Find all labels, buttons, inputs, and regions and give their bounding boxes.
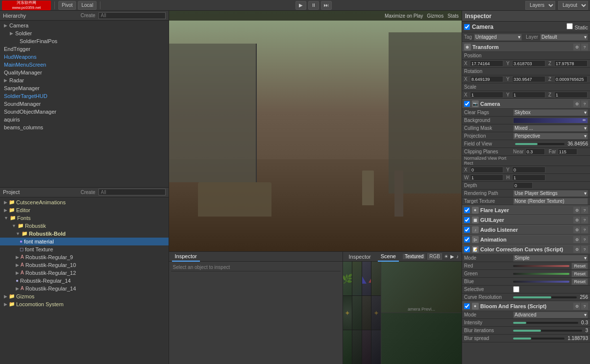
textured-tab[interactable]: Textured xyxy=(403,254,425,259)
settings-icon[interactable]: ⚙ xyxy=(573,217,580,223)
gui-layer-header[interactable]: ▦ GUILayer ⚙ ? xyxy=(462,215,590,225)
scale-x-field[interactable] xyxy=(470,92,503,98)
info-icon[interactable]: ? xyxy=(581,207,588,214)
step-button[interactable]: ⏭ xyxy=(321,1,332,10)
flare-layer-checkbox[interactable] xyxy=(464,207,470,213)
maximize-label[interactable]: Maximize on Play xyxy=(385,13,423,19)
list-item[interactable]: SoundObjectManager xyxy=(0,108,169,116)
list-item[interactable]: SoundManager xyxy=(0,100,169,108)
color-correction-header[interactable]: 📝 Color Correction Curves (Script) ⚙ ? xyxy=(462,244,590,254)
list-item[interactable]: MainMenuScreen xyxy=(0,61,169,69)
list-item[interactable]: ▶ 📁 Gizmos xyxy=(0,292,169,300)
layers-dropdown[interactable]: Layers xyxy=(525,1,555,10)
near-field[interactable] xyxy=(525,148,545,155)
list-item[interactable]: HudWeapons xyxy=(0,53,169,61)
animation-checkbox[interactable] xyxy=(464,237,470,243)
list-item[interactable]: SoldierFinalPos xyxy=(0,37,169,45)
background-color[interactable]: ✏ xyxy=(513,118,588,123)
color-correction-checkbox[interactable] xyxy=(464,246,470,252)
tab-scene[interactable]: Scene xyxy=(378,252,399,262)
red-reset-button[interactable]: Reset xyxy=(571,263,588,269)
scale-y-field[interactable] xyxy=(512,92,545,98)
info-icon[interactable]: ? xyxy=(581,303,588,310)
list-item[interactable]: ▼ 📁 Robustik xyxy=(0,222,169,230)
list-item[interactable]: ▶ 📁 Locomotion System xyxy=(0,300,169,308)
list-item[interactable]: EndTrigger xyxy=(0,45,169,53)
position-y-field[interactable] xyxy=(512,60,545,67)
list-item[interactable]: beams_columns xyxy=(0,123,169,131)
list-item[interactable]: ▶ Soldier xyxy=(0,29,169,37)
culling-mask-dropdown[interactable]: Mixed ... ▾ xyxy=(513,125,588,132)
pivot-button[interactable]: Pivot xyxy=(58,1,76,10)
stats-label[interactable]: Stats xyxy=(447,13,459,19)
project-create-btn[interactable]: Create xyxy=(79,189,96,195)
depth-field[interactable] xyxy=(513,182,533,189)
blue-reset-button[interactable]: Reset xyxy=(571,278,588,285)
layout-dropdown[interactable]: Layout xyxy=(558,1,588,10)
rendering-path-dropdown[interactable]: Use Player Settings ▾ xyxy=(513,190,588,197)
local-button[interactable]: Local xyxy=(78,1,97,10)
rotation-x-field[interactable] xyxy=(470,76,503,82)
info-icon[interactable]: ? xyxy=(581,236,588,243)
bloom-flares-header[interactable]: ✦ Bloom And Flares (Script) ⚙ ? xyxy=(462,301,590,311)
cc-mode-dropdown[interactable]: Simple ▾ xyxy=(513,255,588,262)
object-enabled-checkbox[interactable] xyxy=(464,24,470,30)
red-slider[interactable] xyxy=(513,265,570,267)
list-item[interactable]: ● font material xyxy=(0,238,169,245)
camera-component-header[interactable]: 📷 Camera ⚙ ? xyxy=(462,99,590,109)
tab-inspector[interactable]: Inspector xyxy=(172,252,200,262)
list-item[interactable]: QualityManager xyxy=(0,69,169,76)
bloom-enabled-checkbox[interactable] xyxy=(464,303,470,309)
list-item[interactable]: aquiris xyxy=(0,116,169,123)
list-item[interactable]: ▶ A Robustik-Regular_9 xyxy=(0,253,169,261)
rotation-y-field[interactable] xyxy=(512,76,545,82)
static-checkbox[interactable] xyxy=(566,23,573,29)
green-slider[interactable] xyxy=(513,273,570,275)
clear-flags-dropdown[interactable]: Skybox ▾ xyxy=(513,109,588,116)
blur-spread-slider[interactable] xyxy=(513,338,565,340)
list-item[interactable]: ▶ Radar xyxy=(0,76,169,84)
settings-icon[interactable]: ⚙ xyxy=(573,44,580,50)
blur-iterations-slider[interactable] xyxy=(513,330,582,332)
audio-listener-checkbox[interactable] xyxy=(464,227,470,233)
info-icon[interactable]: ? xyxy=(581,217,588,223)
norm-y-field[interactable] xyxy=(512,167,545,173)
gui-layer-checkbox[interactable] xyxy=(464,217,470,223)
position-x-field[interactable] xyxy=(470,60,503,67)
norm-w-field[interactable] xyxy=(470,174,503,181)
info-icon[interactable]: ? xyxy=(581,44,588,50)
camera-enabled-checkbox[interactable] xyxy=(464,101,470,107)
list-item[interactable]: ▶ A Robustik-Regular_10 xyxy=(0,261,169,269)
target-texture-field[interactable]: None (Render Texture) xyxy=(513,198,588,205)
settings-icon[interactable]: ⚙ xyxy=(573,226,580,233)
info-icon[interactable]: ? xyxy=(581,226,588,233)
flare-layer-header[interactable]: ✦ Flare Layer ⚙ ? xyxy=(462,205,590,215)
layer-dropdown[interactable]: Default ▾ xyxy=(540,34,588,41)
settings-icon[interactable]: ⚙ xyxy=(573,303,580,310)
audio-icon[interactable]: ♪ xyxy=(456,254,459,259)
blue-slider[interactable] xyxy=(513,281,570,283)
norm-h-field[interactable] xyxy=(512,174,545,181)
list-item[interactable]: ▶ A Robustik-Regular_12 xyxy=(0,269,169,277)
eyedropper-icon[interactable]: ✏ xyxy=(581,118,588,123)
list-item[interactable]: ▶ 📁 Editor xyxy=(0,206,169,214)
sun-icon[interactable]: ☀ xyxy=(444,254,448,259)
tag-dropdown[interactable]: Untagged ▾ xyxy=(474,34,522,41)
list-item[interactable]: ▼ 📁 Robustik-Bold xyxy=(0,230,169,238)
settings-icon[interactable]: ⚙ xyxy=(573,207,580,214)
hierarchy-create-btn[interactable]: Create xyxy=(79,12,96,19)
scale-z-field[interactable] xyxy=(554,92,588,98)
play-icon[interactable]: ▶ xyxy=(450,254,454,259)
intensity-slider[interactable] xyxy=(513,322,578,324)
play-button[interactable]: ▶ xyxy=(295,1,306,10)
info-icon[interactable]: ? xyxy=(581,246,588,253)
tab-inspector-2[interactable]: Inspector xyxy=(346,252,374,262)
far-field[interactable] xyxy=(558,148,577,155)
bloom-mode-dropdown[interactable]: Advanced ▾ xyxy=(513,312,588,318)
list-item[interactable]: ▶ 📁 CutsceneAnimations xyxy=(0,198,169,206)
rotation-z-field[interactable] xyxy=(554,76,588,82)
green-reset-button[interactable]: Reset xyxy=(571,270,588,277)
info-icon[interactable]: ? xyxy=(581,100,588,107)
settings-icon[interactable]: ⚙ xyxy=(573,100,580,107)
field-of-view-slider[interactable] xyxy=(515,143,565,145)
